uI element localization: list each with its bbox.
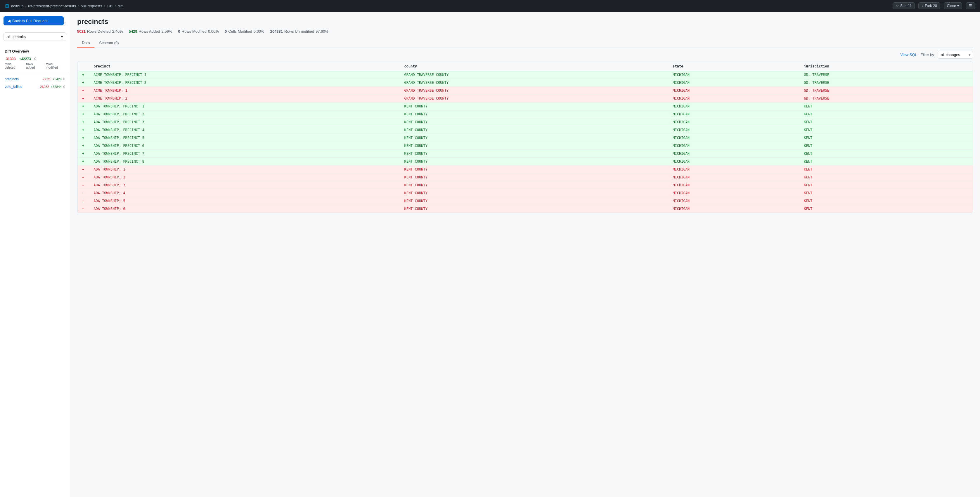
sidebar-menu-icon[interactable]: ≡ xyxy=(64,21,66,26)
cell-county: GRAND TRAVERSE COUNTY xyxy=(400,71,668,79)
diff-marker: + xyxy=(78,71,89,79)
cell-county: KENT COUNTY xyxy=(400,181,668,189)
diff-marker: + xyxy=(78,103,89,110)
table-row: +ADA TOWNSHIP, PRECINCT 7KENT COUNTYMICH… xyxy=(78,150,973,158)
stat-unmodified-num: 204381 xyxy=(270,29,283,33)
cell-precinct: ACME TOWNSHIP, PRECINCT 1 xyxy=(89,71,399,79)
cell-jurisdiction: GD. TRAVERSE xyxy=(799,79,973,87)
table-row: +ADA TOWNSHIP, PRECINCT 5KENT COUNTYMICH… xyxy=(78,134,973,142)
cell-state: MICHIGAN xyxy=(668,71,799,79)
stat-deleted-num: 5021 xyxy=(77,29,86,33)
stat-deleted-desc: Rows Deleted xyxy=(87,29,111,33)
cell-precinct: ADA TOWNSHIP, PRECINCT 2 xyxy=(89,110,399,118)
cell-state: MICHIGAN xyxy=(668,79,799,87)
cell-county: KENT COUNTY xyxy=(400,158,668,165)
col-county: county xyxy=(400,62,668,71)
cell-jurisdiction: KENT xyxy=(799,150,973,158)
tabs: Data Schema (0) xyxy=(77,38,973,48)
table-row: +ADA TOWNSHIP, PRECINCT 4KENT COUNTYMICH… xyxy=(78,126,973,134)
stat-added-pct: 2.59% xyxy=(162,29,172,33)
cell-state: MICHIGAN xyxy=(668,189,799,197)
cell-state: MICHIGAN xyxy=(668,142,799,150)
nav-current: diff xyxy=(118,4,123,8)
stat-modified-pct: 0.00% xyxy=(208,29,219,33)
table-row: +ACME TOWNSHIP, PRECINCT 2GRAND TRAVERSE… xyxy=(78,79,973,87)
col-jurisdiction: jurisdiction xyxy=(799,62,973,71)
stat-added-num: 5429 xyxy=(129,29,137,33)
cell-state: MICHIGAN xyxy=(668,110,799,118)
cell-county: KENT COUNTY xyxy=(400,189,668,197)
cell-state: MICHIGAN xyxy=(668,150,799,158)
table-body: +ACME TOWNSHIP, PRECINCT 1GRAND TRAVERSE… xyxy=(78,71,973,213)
table-row: −ACME TOWNSHIP; 1GRAND TRAVERSE COUNTYMI… xyxy=(78,87,973,95)
col-precinct: precinct xyxy=(89,62,399,71)
sidebar-item-precincts[interactable]: precincts -5021 +5429 0 xyxy=(0,75,70,83)
sidebar-item-vote-tallies[interactable]: vote_tallies -26282 +36844 0 xyxy=(0,83,70,91)
hamburger-button[interactable]: ☰ xyxy=(966,2,975,10)
cell-jurisdiction: GD. TRAVERSE xyxy=(799,95,973,103)
cell-jurisdiction: KENT xyxy=(799,103,973,110)
star-button[interactable]: ☆ Star 11 xyxy=(892,2,915,10)
stat-unmodified-pct: 97.60% xyxy=(315,29,328,33)
diff-marker: − xyxy=(78,181,89,189)
cell-county: KENT COUNTY xyxy=(400,103,668,110)
chevron-down-icon: ▾ xyxy=(61,35,63,39)
back-to-pr-button[interactable]: ◀ Back to Pull Request xyxy=(3,16,64,25)
sidebar-top: ◀ Back to Pull Request ≡ all commits ▾ xyxy=(0,16,70,46)
stat-deleted-label: rows deleted xyxy=(5,62,22,69)
diff-marker: − xyxy=(78,87,89,95)
data-table: precinct county state jurisdiction +ACME… xyxy=(78,62,973,213)
view-sql-button[interactable]: View SQL xyxy=(900,52,917,57)
cell-county: KENT COUNTY xyxy=(400,126,668,134)
file-changes-vote-tallies: -26282 +36844 0 xyxy=(39,85,65,89)
diff-marker: − xyxy=(78,205,89,213)
file-list: precincts -5021 +5429 0 vote_tallies -26… xyxy=(0,73,70,91)
cell-jurisdiction: KENT xyxy=(799,197,973,205)
cell-state: MICHIGAN xyxy=(668,165,799,173)
stat-cells-pct: 0.00% xyxy=(254,29,264,33)
diff-marker: − xyxy=(78,165,89,173)
table-header: precinct county state jurisdiction xyxy=(78,62,973,71)
cell-precinct: ADA TOWNSHIP, PRECINCT 6 xyxy=(89,142,399,150)
cell-precinct: ADA TOWNSHIP, PRECINCT 8 xyxy=(89,158,399,165)
main-content: precincts 5021 Rows Deleted 2.40% 5429 R… xyxy=(70,12,980,497)
cell-county: GRAND TRAVERSE COUNTY xyxy=(400,79,668,87)
cell-precinct: ADA TOWNSHIP, PRECINCT 7 xyxy=(89,150,399,158)
cell-precinct: ADA TOWNSHIP, PRECINCT 3 xyxy=(89,118,399,126)
cell-precinct: ACME TOWNSHIP; 1 xyxy=(89,87,399,95)
cell-county: KENT COUNTY xyxy=(400,165,668,173)
tab-data[interactable]: Data xyxy=(77,38,94,48)
cell-precinct: ADA TOWNSHIP; 5 xyxy=(89,197,399,205)
cell-county: KENT COUNTY xyxy=(400,173,668,181)
fork-icon: ⑂ xyxy=(921,4,924,8)
clone-button[interactable]: Clone ▾ xyxy=(944,2,962,10)
diff-stats: -31303 +42273 0 rows deleted rows added … xyxy=(0,56,70,73)
fork-button[interactable]: ⑂ Fork 20 xyxy=(918,2,940,10)
cell-county: KENT COUNTY xyxy=(400,142,668,150)
cell-jurisdiction: KENT xyxy=(799,110,973,118)
table-row: +ACME TOWNSHIP, PRECINCT 1GRAND TRAVERSE… xyxy=(78,71,973,79)
stat-added-count: +42273 xyxy=(19,57,31,61)
stat-unmodified: 204381 Rows Unmodified 97.60% xyxy=(270,29,328,33)
table-row: −ADA TOWNSHIP; 4KENT COUNTYMICHIGANKENT xyxy=(78,189,973,197)
nav-section[interactable]: pull requests xyxy=(81,4,102,8)
cell-precinct: ADA TOWNSHIP; 2 xyxy=(89,173,399,181)
cell-state: MICHIGAN xyxy=(668,205,799,213)
commits-select[interactable]: all commits ▾ xyxy=(3,32,66,41)
cell-precinct: ADA TOWNSHIP, PRECINCT 5 xyxy=(89,134,399,142)
stat-added: 5429 Rows Added 2.59% xyxy=(129,29,172,33)
file-name-precincts: precincts xyxy=(5,77,19,81)
page-title: precincts xyxy=(77,17,973,26)
diff-marker: + xyxy=(78,118,89,126)
filter-select[interactable]: all changes added rows deleted rows modi… xyxy=(938,51,973,59)
cell-jurisdiction: KENT xyxy=(799,165,973,173)
nav-repo[interactable]: us-president-precinct-results xyxy=(28,4,76,8)
tab-schema[interactable]: Schema (0) xyxy=(94,38,123,48)
cell-jurisdiction: KENT xyxy=(799,118,973,126)
cell-state: MICHIGAN xyxy=(668,87,799,95)
nav-pr-number[interactable]: 101 xyxy=(107,4,113,8)
cell-jurisdiction: KENT xyxy=(799,126,973,134)
cell-state: MICHIGAN xyxy=(668,197,799,205)
cell-jurisdiction: KENT xyxy=(799,134,973,142)
nav-owner[interactable]: dolthub xyxy=(11,4,24,8)
